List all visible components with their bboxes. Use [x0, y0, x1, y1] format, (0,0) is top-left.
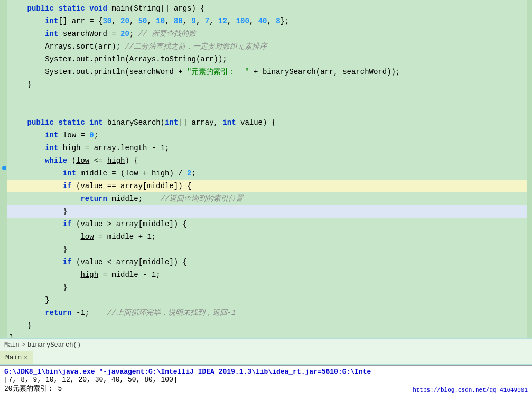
terminal-output-2: 20元素的索引： 5 https://blog.csdn.net/qq_4164… [4, 384, 528, 393]
code-line: return -1; //上面循环完毕，说明未找到，返回-1 [7, 306, 527, 319]
code-line: public static void main(String[] args) { [7, 2, 527, 15]
code-line [7, 91, 527, 104]
code-line: } [7, 294, 527, 306]
tab-bar: Main × [0, 351, 532, 365]
code-text: high = middle - 1; [7, 269, 527, 281]
code-text: } [7, 79, 527, 90]
code-line: System.out.println(Arrays.toString(arr))… [7, 53, 527, 66]
code-line: low = middle + 1; [7, 230, 527, 243]
code-line: int middle = (low + high) / 2; [7, 167, 527, 180]
code-text: int[] arr = {30, 20, 50, 10, 80, 9, 7, 1… [7, 15, 527, 27]
code-text: int searchWord = 20; // 所要查找的数 [7, 28, 527, 40]
code-text: return -1; //上面循环完毕，说明未找到，返回-1 [7, 307, 527, 319]
code-text: System.out.println(Arrays.toString(arr))… [7, 53, 527, 65]
code-line: int high = array.length - 1; [7, 142, 527, 154]
code-line: high = middle - 1; [7, 268, 527, 281]
code-text: public static void main(String[] args) { [7, 3, 527, 14]
terminal-url: https://blog.csdn.net/qq_41649001 [413, 387, 528, 393]
code-line: int searchWord = 20; // 所要查找的数 [7, 27, 527, 40]
code-line: } [7, 332, 527, 338]
code-line-blue-highlighted: } [7, 205, 527, 218]
tab-main[interactable]: Main × [0, 351, 33, 364]
breakpoint-marker [2, 166, 6, 170]
code-text: public static int binarySearch(int[] arr… [7, 117, 527, 128]
code-line: System.out.println(searchWord + "元素的索引： … [7, 66, 527, 78]
terminal-area: G:\JDK8_1\bin\java.exe "-javaagent:G:\In… [0, 365, 532, 409]
code-text [7, 91, 527, 103]
code-text: low = middle + 1; [7, 231, 527, 243]
breadcrumb-separator: > [22, 341, 25, 349]
editor-area: public static void main(String[] args) {… [0, 0, 532, 338]
terminal-command: G:\JDK8_1\bin\java.exe "-javaagent:G:\In… [4, 368, 528, 376]
code-line: if (value > array[middle]) { [7, 218, 527, 230]
code-text: if (value < array[middle]) { [7, 256, 527, 268]
tab-label: Main [5, 354, 22, 361]
code-line: } [7, 281, 527, 294]
code-line: if (value < array[middle]) { [7, 256, 527, 268]
code-text: if (value == array[middle]) { [7, 180, 527, 192]
code-line: Arrays.sort(arr); //二分法查找之前，一定要对数组元素排序 [7, 40, 527, 53]
code-text: } [7, 244, 527, 255]
code-line: } [7, 243, 527, 256]
code-text: System.out.println(searchWord + "元素的索引： … [7, 66, 527, 78]
code-text: int middle = (low + high) / 2; [7, 168, 527, 179]
code-text [7, 104, 527, 116]
code-text: } [7, 206, 527, 217]
breadcrumb-method: binarySearch() [27, 341, 81, 349]
code-line: int[] arr = {30, 20, 50, 10, 80, 9, 7, 1… [7, 15, 527, 27]
code-line: } [7, 78, 527, 91]
tab-close-button[interactable]: × [24, 355, 27, 361]
code-text: return middle; //返回查询到的索引位置 [7, 193, 527, 204]
code-line: return middle; //返回查询到的索引位置 [7, 192, 527, 205]
breadcrumb-class: Main [4, 341, 20, 349]
code-text: if (value > array[middle]) { [7, 218, 527, 230]
code-text: } [7, 332, 527, 338]
code-text: while (low <= high) { [7, 155, 527, 166]
code-line: } [7, 319, 527, 332]
code-text: int high = array.length - 1; [7, 142, 527, 154]
code-text: } [7, 294, 527, 306]
code-editor: public static void main(String[] args) {… [7, 2, 527, 338]
code-line-highlighted: if (value == array[middle]) { [7, 180, 527, 192]
code-text: int low = 0; [7, 129, 527, 141]
code-text: } [7, 282, 527, 293]
code-line: while (low <= high) { [7, 154, 527, 167]
code-line: public static int binarySearch(int[] arr… [7, 116, 527, 129]
code-line: int low = 0; [7, 129, 527, 142]
breadcrumb-bar: Main > binarySearch() [0, 338, 532, 351]
code-line [7, 104, 527, 116]
vertical-scrollbar[interactable] [527, 0, 532, 338]
code-text: } [7, 320, 527, 331]
terminal-result: 20元素的索引： 5 [4, 385, 62, 393]
code-text: Arrays.sort(arr); //二分法查找之前，一定要对数组元素排序 [7, 41, 527, 52]
terminal-output-1: [7, 8, 9, 10, 12, 20, 30, 40, 50, 80, 10… [4, 376, 528, 384]
